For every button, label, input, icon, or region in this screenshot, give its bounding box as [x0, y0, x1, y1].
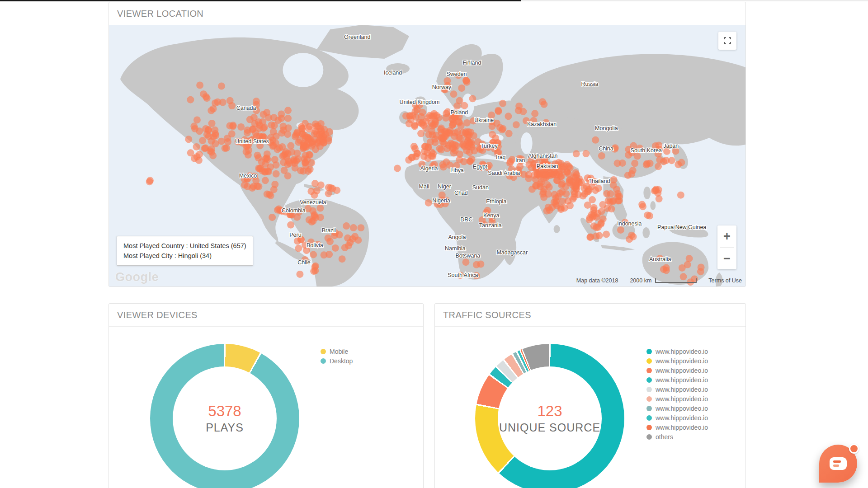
- legend-item[interactable]: www.hippovideo.io: [646, 404, 708, 413]
- analytics-dashboard: VIEWER LOCATION: [0, 0, 868, 488]
- legend-item[interactable]: www.hippovideo.io: [646, 422, 708, 432]
- viewer-location-dot: [196, 127, 203, 135]
- viewer-location-dot: [273, 133, 280, 140]
- viewer-location-dot: [543, 171, 550, 178]
- viewer-location-dot: [595, 185, 602, 192]
- legend-item[interactable]: www.hippovideo.io: [646, 356, 708, 366]
- country-label: Namibia: [445, 245, 466, 252]
- country-label: Mongolia: [595, 125, 618, 131]
- traffic-sources-legend: www.hippovideo.iowww.hippovideo.iowww.hi…: [646, 347, 708, 441]
- viewer-devices-donut[interactable]: 5378 PLAYS: [150, 344, 299, 488]
- viewer-location-dot: [461, 102, 468, 109]
- map-zoom-in-button[interactable]: +: [717, 225, 736, 247]
- country-label: Russia: [581, 81, 598, 87]
- google-logo[interactable]: Google: [115, 270, 159, 284]
- viewer-location-dot: [631, 160, 638, 167]
- legend-item[interactable]: www.hippovideo.io: [646, 347, 708, 356]
- viewer-location-dot: [262, 177, 269, 184]
- map-data-copyright: Map data ©2018: [576, 277, 618, 284]
- legend-item[interactable]: www.hippovideo.io: [646, 394, 708, 404]
- country-label: Nigeria: [432, 197, 450, 204]
- viewer-location-dot: [307, 135, 314, 142]
- viewer-location-dot: [594, 210, 601, 217]
- legend-dot: [646, 349, 652, 354]
- legend-item[interactable]: Mobile: [321, 347, 353, 356]
- country-label: Greenland: [344, 34, 370, 40]
- viewer-location-dot: [224, 138, 231, 145]
- viewer-location-dot: [187, 96, 194, 103]
- viewer-location-dot: [287, 142, 294, 150]
- legend-item[interactable]: others: [646, 432, 708, 441]
- country-label: South Korea: [631, 147, 662, 154]
- viewer-location-dot: [586, 234, 594, 241]
- legend-item[interactable]: www.hippovideo.io: [646, 413, 708, 422]
- viewer-location-dot: [284, 115, 292, 122]
- viewer-location-dot: [257, 165, 264, 172]
- viewer-location-dot: [285, 157, 292, 164]
- map-attribution: Map data ©2018 2000 km Terms of Use: [576, 277, 742, 284]
- viewer-location-dot: [679, 264, 686, 272]
- viewer-location-dot: [357, 224, 364, 231]
- viewer-location-dot: [326, 238, 334, 245]
- legend-label: www.hippovideo.io: [656, 357, 708, 365]
- plays-label: PLAYS: [206, 421, 244, 434]
- viewer-location-dot: [203, 94, 211, 102]
- viewer-location-dot: [646, 212, 653, 220]
- viewer-location-dot: [660, 266, 667, 273]
- viewer-location-dot: [528, 186, 536, 193]
- viewer-location-dot: [394, 165, 401, 172]
- viewer-location-dot: [537, 183, 544, 190]
- country-label: Ethiopia: [486, 198, 506, 205]
- country-label: Sudan: [472, 184, 489, 191]
- viewer-location-dot: [606, 198, 613, 206]
- chat-launcher-button[interactable]: [819, 445, 857, 483]
- map-fullscreen-button[interactable]: [718, 32, 736, 50]
- legend-item[interactable]: www.hippovideo.io: [646, 375, 708, 385]
- terms-of-use-link[interactable]: Terms of Use: [708, 277, 742, 284]
- country-label: Egypt: [473, 164, 487, 170]
- viewer-location-dot: [585, 188, 592, 195]
- viewer-location-dot: [429, 153, 436, 160]
- google-map[interactable]: GreenlandIcelandFinlandSwedenNorwayUnite…: [109, 25, 745, 286]
- country-label: Algeria: [420, 165, 438, 172]
- legend-label: www.hippovideo.io: [656, 424, 708, 431]
- viewer-location-dot: [411, 145, 419, 152]
- viewer-location-dot: [463, 119, 471, 127]
- viewer-location-dot: [461, 143, 468, 150]
- viewer-location-dot: [196, 82, 203, 89]
- viewer-location-dot: [540, 194, 547, 201]
- viewer-location-dot: [267, 192, 274, 199]
- viewer-location-dot: [300, 141, 307, 149]
- viewer-location-title: VIEWER LOCATION: [117, 9, 203, 19]
- traffic-sources-donut[interactable]: 123 UNIQUE SOURCE: [475, 344, 624, 488]
- legend-label: www.hippovideo.io: [656, 386, 708, 393]
- viewer-location-dot: [499, 100, 506, 107]
- viewer-location-dot: [559, 180, 566, 187]
- legend-label: www.hippovideo.io: [656, 414, 708, 422]
- viewer-location-dot: [467, 129, 474, 136]
- viewer-location-dot: [453, 103, 461, 110]
- viewer-location-dot: [660, 158, 667, 165]
- country-label: Thailand: [589, 178, 610, 184]
- viewer-location-dot: [280, 152, 288, 159]
- country-label: Iceland: [384, 70, 402, 76]
- viewer-location-dot: [573, 171, 580, 178]
- country-label: Brazil: [322, 227, 336, 234]
- map-zoom-out-button[interactable]: −: [717, 248, 736, 269]
- country-label: United Kingdom: [400, 99, 440, 105]
- viewer-location-dot: [513, 121, 520, 128]
- country-label: Kazakhstan: [527, 121, 557, 127]
- viewer-location-dot: [425, 199, 432, 206]
- country-label: Papua New Guinea: [657, 224, 706, 230]
- country-label: Chad: [454, 190, 468, 196]
- unique-source-label: UNIQUE SOURCE: [499, 421, 600, 434]
- legend-label: Desktop: [330, 357, 353, 365]
- viewer-location-dot: [655, 163, 662, 170]
- legend-item[interactable]: www.hippovideo.io: [646, 366, 708, 375]
- viewer-location-dot: [193, 143, 200, 150]
- viewer-location-header: VIEWER LOCATION: [109, 2, 745, 25]
- viewer-location-dot: [218, 138, 225, 145]
- viewer-location-dot: [429, 122, 436, 130]
- legend-item[interactable]: www.hippovideo.io: [646, 385, 708, 394]
- legend-item[interactable]: Desktop: [321, 356, 353, 366]
